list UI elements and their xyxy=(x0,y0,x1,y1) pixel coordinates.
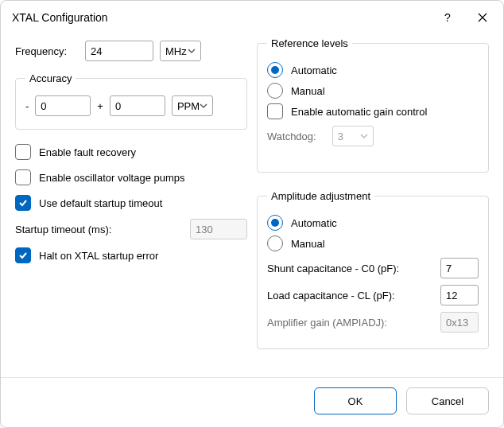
default-timeout-checkbox[interactable]: Use default startup timeout xyxy=(15,195,247,211)
voltage-pumps-label: Enable oscillator voltage pumps xyxy=(39,172,185,184)
left-column: Frequency: MHz Accuracy - + xyxy=(15,37,247,369)
voltage-pumps-checkbox[interactable]: Enable oscillator voltage pumps xyxy=(15,169,247,185)
frequency-input[interactable] xyxy=(85,41,153,61)
accuracy-plus-label: + xyxy=(97,100,103,112)
halt-label: Halt on XTAL startup error xyxy=(39,250,158,262)
frequency-unit-display: MHz xyxy=(160,41,201,61)
watchdog-select: 3 xyxy=(332,126,374,146)
reference-levels-legend: Reference levels xyxy=(267,37,352,49)
auto-gain-label: Enable automatic gain control xyxy=(291,106,427,118)
amplitude-manual-label: Manual xyxy=(291,238,325,250)
amplitude-manual-radio[interactable]: Manual xyxy=(267,235,479,251)
load-row: Load capacitance - CL (pF): xyxy=(267,285,479,305)
startup-timeout-input xyxy=(190,219,247,239)
checkbox-icon xyxy=(267,103,283,119)
ok-button[interactable]: OK xyxy=(314,387,397,414)
fault-recovery-label: Enable fault recovery xyxy=(39,146,136,158)
close-button[interactable] xyxy=(465,6,500,29)
amplifier-gain-input xyxy=(440,312,479,333)
reference-manual-radio[interactable]: Manual xyxy=(267,83,479,99)
fault-recovery-checkbox[interactable]: Enable fault recovery xyxy=(15,144,247,160)
shunt-input[interactable] xyxy=(440,258,479,278)
checkbox-icon xyxy=(15,169,31,185)
amplitude-adjustment-legend: Amplitude adjustment xyxy=(267,190,374,202)
accuracy-unit-value: PPM xyxy=(177,100,200,112)
accuracy-group: Accuracy - + PPM xyxy=(15,72,247,130)
auto-gain-checkbox[interactable]: Enable automatic gain control xyxy=(267,103,479,119)
window-title: XTAL Configuration xyxy=(12,11,430,24)
close-icon xyxy=(478,13,487,22)
watchdog-label: Watchdog: xyxy=(267,130,316,142)
startup-timeout-row: Startup timeout (ms): xyxy=(15,219,247,239)
amplifier-gain-row: Amplifier gain (AMPIADJ): xyxy=(267,312,479,333)
amplitude-automatic-label: Automatic xyxy=(291,217,337,229)
accuracy-high-input[interactable] xyxy=(110,95,165,116)
load-label: Load capacitance - CL (pF): xyxy=(267,290,395,302)
frequency-label: Frequency: xyxy=(15,45,79,57)
titlebar: XTAL Configuration ? xyxy=(1,1,503,34)
halt-checkbox[interactable]: Halt on XTAL startup error xyxy=(15,247,247,263)
amplitude-automatic-radio[interactable]: Automatic xyxy=(267,215,479,231)
frequency-unit-value: MHz xyxy=(165,45,187,57)
reference-manual-label: Manual xyxy=(291,85,325,97)
reference-automatic-label: Automatic xyxy=(291,64,337,76)
cancel-button[interactable]: Cancel xyxy=(406,387,489,414)
amplitude-adjustment-group: Amplitude adjustment Automatic Manual Sh… xyxy=(257,190,489,349)
shunt-label: Shunt capacitance - C0 (pF): xyxy=(267,263,399,274)
right-column: Reference levels Automatic Manual Enable… xyxy=(257,37,489,369)
dialog-body: Frequency: MHz Accuracy - + xyxy=(1,34,503,377)
dialog-window: XTAL Configuration ? Frequency: MHz Ac xyxy=(0,0,504,428)
radio-icon xyxy=(267,235,283,251)
accuracy-minus-label: - xyxy=(25,100,29,112)
frequency-unit-select[interactable]: MHz xyxy=(160,41,201,61)
reference-automatic-radio[interactable]: Automatic xyxy=(267,62,479,78)
frequency-row: Frequency: MHz xyxy=(15,41,247,61)
checkbox-icon xyxy=(15,247,31,263)
radio-icon xyxy=(267,83,283,99)
radio-icon xyxy=(267,215,283,231)
reference-levels-group: Reference levels Automatic Manual Enable… xyxy=(257,37,489,173)
watchdog-display: 3 xyxy=(332,126,374,146)
accuracy-legend: Accuracy xyxy=(25,72,76,84)
accuracy-low-input[interactable] xyxy=(35,95,91,116)
accuracy-unit-display: PPM xyxy=(172,95,213,116)
watchdog-row: Watchdog: 3 xyxy=(267,126,479,146)
shunt-row: Shunt capacitance - C0 (pF): xyxy=(267,258,479,278)
ok-button-label: OK xyxy=(348,395,363,407)
amplifier-gain-label: Amplifier gain (AMPIADJ): xyxy=(267,317,387,329)
dialog-footer: OK Cancel xyxy=(1,377,503,427)
help-button[interactable]: ? xyxy=(430,6,465,29)
default-timeout-label: Use default startup timeout xyxy=(39,197,162,209)
cancel-button-label: Cancel xyxy=(432,395,463,407)
checkbox-icon xyxy=(15,195,31,211)
accuracy-row: - + PPM xyxy=(25,95,237,116)
startup-timeout-label: Startup timeout (ms): xyxy=(15,224,111,235)
load-input[interactable] xyxy=(440,285,479,305)
radio-icon xyxy=(267,62,283,78)
watchdog-value: 3 xyxy=(338,130,343,142)
checkbox-icon xyxy=(15,144,31,160)
accuracy-unit-select[interactable]: PPM xyxy=(172,95,213,116)
help-icon: ? xyxy=(444,11,451,24)
